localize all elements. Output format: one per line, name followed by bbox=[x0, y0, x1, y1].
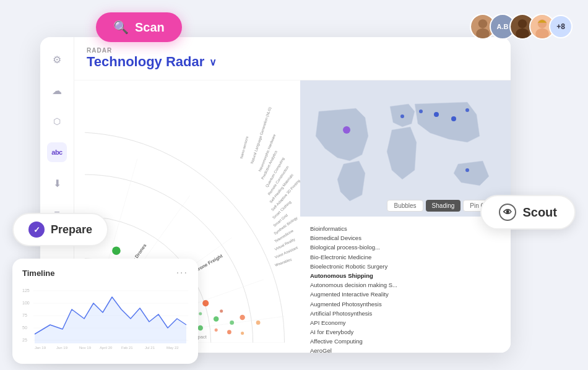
svg-point-35 bbox=[202, 300, 209, 306]
map-btn-bubbles[interactable]: Bubbles bbox=[387, 200, 423, 212]
timeline-title: Timeline bbox=[22, 269, 55, 278]
sidebar-nodes-icon[interactable]: ⬡ bbox=[47, 111, 67, 131]
prepare-label: Prepare bbox=[51, 223, 92, 236]
svg-text:Wearables: Wearables bbox=[274, 257, 292, 267]
tech-list-item-affective: Affective Computing bbox=[310, 337, 501, 346]
sidebar-gear-icon[interactable]: ⚙ bbox=[47, 49, 67, 69]
svg-point-10 bbox=[343, 126, 350, 134]
svg-text:Drone Freight: Drone Freight bbox=[194, 253, 223, 273]
svg-point-45 bbox=[227, 330, 231, 334]
svg-point-14 bbox=[465, 108, 469, 112]
avatars-group: A.B +8 bbox=[470, 14, 573, 40]
svg-text:Nano-sensors: Nano-sensors bbox=[240, 136, 249, 159]
svg-point-12 bbox=[451, 116, 456, 121]
svg-point-44 bbox=[215, 329, 218, 332]
tech-list-item-biological: Biological process-biolog... bbox=[310, 243, 501, 252]
tech-list-item-bioelectronic-robot: Bioelectronic Robotic Surgery bbox=[310, 262, 501, 271]
sidebar-download-icon[interactable]: ⬇ bbox=[47, 173, 67, 193]
prepare-icon: ✓ bbox=[28, 222, 45, 238]
tech-list-item-bioinformatics: Bioinformatics bbox=[310, 224, 501, 233]
svg-point-38 bbox=[256, 321, 261, 325]
svg-text:Jun 19: Jun 19 bbox=[56, 346, 68, 350]
timeline-chart-svg: 125 100 75 50 25 Jan 19 Jun 19 Nov 19 Ap… bbox=[22, 285, 188, 350]
tech-list-item-aerogel: AeroGel bbox=[310, 346, 501, 353]
timeline-header: Timeline ··· bbox=[22, 267, 188, 278]
prepare-button[interactable]: ✓ Prepare bbox=[12, 213, 108, 246]
map-panel: Bubbles Shading Pin Charts bbox=[300, 80, 511, 217]
svg-text:75: 75 bbox=[22, 313, 27, 317]
radar-label: RADAR bbox=[87, 47, 511, 54]
avatar-count-label: +8 bbox=[556, 22, 565, 31]
svg-point-36 bbox=[220, 309, 223, 312]
scan-label: Scan bbox=[135, 20, 165, 35]
avatar-count[interactable]: +8 bbox=[549, 15, 573, 38]
svg-point-28 bbox=[199, 312, 202, 315]
radar-title-text: Technology Radar bbox=[87, 54, 204, 70]
svg-point-31 bbox=[112, 246, 121, 255]
radar-title: Technology Radar ∨ bbox=[87, 54, 511, 70]
svg-point-1 bbox=[478, 19, 487, 28]
svg-point-37 bbox=[240, 315, 244, 320]
svg-text:125: 125 bbox=[22, 288, 30, 293]
main-wrapper: 🔍 Scan A.B bbox=[0, 0, 588, 370]
svg-text:May 22: May 22 bbox=[166, 346, 179, 350]
svg-text:April 20: April 20 bbox=[100, 346, 113, 350]
svg-text:Jan 19: Jan 19 bbox=[35, 346, 46, 350]
tech-list-item-augmented-photo: Augmented Photosynthesis bbox=[310, 299, 501, 309]
avatar-initials-text: A.B bbox=[497, 23, 509, 30]
scan-icon: 🔍 bbox=[113, 20, 129, 35]
tech-list-item-bioelectronic-med: Bio-Electronic Medicine bbox=[310, 252, 501, 262]
timeline-card: Timeline ··· 125 100 75 50 25 Jan 19 Jun… bbox=[12, 259, 198, 364]
svg-point-29 bbox=[214, 316, 218, 321]
scout-icon: 👁 bbox=[499, 204, 516, 221]
svg-text:Jul 21: Jul 21 bbox=[145, 346, 155, 350]
radar-header: RADAR Technology Radar ∨ bbox=[74, 37, 511, 80]
timeline-more-icon[interactable]: ··· bbox=[176, 267, 188, 278]
tech-list-item-autonomous-ship: Autonomous Shipping bbox=[310, 271, 501, 280]
svg-point-16 bbox=[465, 168, 469, 172]
tech-list-item-api: API Economy bbox=[310, 318, 501, 327]
tech-list-item-biomedical: Biomedical Devices bbox=[310, 233, 501, 243]
svg-point-30 bbox=[230, 321, 234, 325]
tech-list-item-autonomous-dec: Autonomous decision making S... bbox=[310, 280, 501, 290]
tech-list-item-augmented-interactive: Augmented Interactive Reality bbox=[310, 290, 501, 299]
scan-button[interactable]: 🔍 Scan bbox=[96, 12, 182, 42]
svg-point-11 bbox=[434, 112, 439, 117]
map-btn-shading[interactable]: Shading bbox=[426, 200, 461, 212]
svg-text:25: 25 bbox=[22, 338, 27, 342]
svg-text:Feb 21: Feb 21 bbox=[121, 346, 133, 350]
scout-label: Scout bbox=[522, 205, 557, 220]
tech-list-panel: Bioinformatics Biomedical Devices Biolog… bbox=[300, 217, 511, 353]
tech-list-item-ai: AI for Everybody bbox=[310, 327, 501, 337]
svg-point-4 bbox=[518, 19, 527, 28]
world-map-svg bbox=[300, 80, 511, 217]
svg-point-15 bbox=[400, 114, 404, 118]
svg-point-46 bbox=[241, 332, 244, 335]
sidebar-cloud-icon[interactable]: ☁ bbox=[47, 80, 67, 100]
chevron-down-icon[interactable]: ∨ bbox=[209, 56, 217, 68]
svg-text:Natural Language Generation (N: Natural Language Generation (NLG) bbox=[250, 106, 272, 164]
scout-button[interactable]: 👁 Scout bbox=[480, 195, 576, 230]
svg-text:50: 50 bbox=[22, 325, 27, 330]
svg-point-13 bbox=[419, 110, 423, 113]
svg-point-43 bbox=[197, 325, 202, 330]
tech-list-item-artificial-photo: Artificial Photosynthesis bbox=[310, 309, 501, 318]
svg-text:Nov 19: Nov 19 bbox=[79, 346, 92, 350]
svg-text:100: 100 bbox=[22, 301, 30, 305]
sidebar-abc-icon[interactable]: abc bbox=[47, 142, 67, 162]
